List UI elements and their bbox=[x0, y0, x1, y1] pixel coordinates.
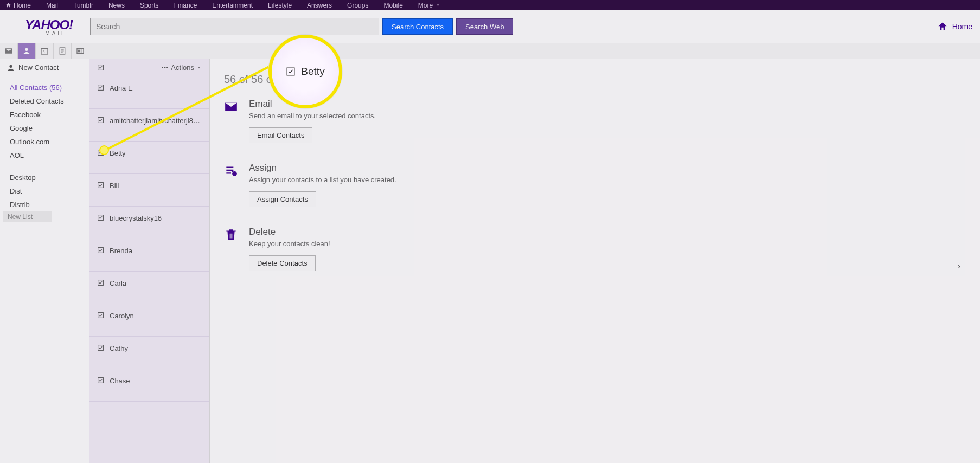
new-list-input[interactable]: New List bbox=[3, 211, 52, 222]
assign-section: Assign Assign your contacts to a list yo… bbox=[224, 163, 966, 207]
sidebar-lists: All Contacts (56) Deleted Contacts Faceb… bbox=[0, 76, 89, 227]
contact-name: Carolyn bbox=[110, 312, 134, 320]
nav-mobile[interactable]: Mobile bbox=[383, 2, 402, 9]
email-icon bbox=[224, 100, 238, 114]
contact-row[interactable]: Chase bbox=[89, 369, 209, 402]
chevron-down-icon bbox=[196, 65, 202, 70]
delete-contacts-button[interactable]: Delete Contacts bbox=[249, 255, 316, 271]
contact-row[interactable]: Bill bbox=[89, 174, 209, 207]
trash-icon bbox=[224, 228, 238, 242]
new-contact-button[interactable]: New Contact bbox=[0, 59, 89, 76]
assign-desc: Assign your contacts to a list you have … bbox=[249, 176, 396, 184]
tab-calendar[interactable]: 6 bbox=[36, 43, 54, 59]
checkbox-checked-icon[interactable] bbox=[97, 117, 104, 124]
tab-news[interactable] bbox=[72, 43, 89, 59]
checkbox-checked-icon bbox=[286, 67, 296, 76]
nav-more[interactable]: More bbox=[418, 2, 441, 9]
nav-label: More bbox=[418, 2, 433, 9]
delete-desc: Keep your contacts clean! bbox=[249, 240, 330, 248]
contact-row[interactable]: Carolyn bbox=[89, 304, 209, 337]
tab-notepad[interactable] bbox=[54, 43, 72, 59]
sidebar-aol[interactable]: AOL bbox=[0, 149, 89, 162]
work-area: New Contact All Contacts (56) Deleted Co… bbox=[0, 59, 980, 463]
contact-row[interactable]: Brenda bbox=[89, 239, 209, 272]
header-bar: YAHOO! MAIL Search Contacts Search Web H… bbox=[0, 10, 980, 43]
nav-mail[interactable]: Mail bbox=[46, 2, 58, 9]
assign-icon bbox=[224, 164, 238, 178]
logo-brand: YAHOO! bbox=[25, 17, 73, 32]
email-desc: Send an email to your selected contacts. bbox=[249, 112, 376, 120]
delete-title: Delete bbox=[249, 227, 330, 237]
main-panel: 56 of 56 contacts Email Send an email to… bbox=[210, 59, 980, 463]
svg-text:6: 6 bbox=[43, 50, 45, 54]
checkbox-checked-icon[interactable] bbox=[97, 344, 104, 351]
chevron-down-icon bbox=[435, 2, 441, 8]
search-contacts-button[interactable]: Search Contacts bbox=[382, 18, 453, 35]
nav-home[interactable]: Home bbox=[5, 2, 31, 9]
assign-contacts-button[interactable]: Assign Contacts bbox=[249, 191, 316, 207]
expand-panel-button[interactable]: › bbox=[958, 261, 960, 271]
checkbox-checked-icon[interactable] bbox=[97, 312, 104, 319]
add-contact-icon bbox=[5, 63, 14, 72]
actions-dropdown[interactable]: ••• Actions bbox=[162, 63, 202, 72]
nav-finance[interactable]: Finance bbox=[174, 2, 197, 9]
contact-name: Betty bbox=[110, 149, 126, 157]
contact-list-panel: ••• Actions Adria Eamitchatterjiamitvcha… bbox=[89, 59, 210, 463]
new-contact-label: New Contact bbox=[18, 63, 59, 72]
contact-row[interactable]: bluecrystalsky16 bbox=[89, 207, 209, 239]
news-icon bbox=[76, 47, 85, 55]
contact-name: Adria E bbox=[110, 84, 133, 92]
nav-entertainment[interactable]: Entertainment bbox=[212, 2, 253, 9]
sidebar-list-desktop[interactable]: Desktop bbox=[0, 171, 89, 184]
tab-mail[interactable] bbox=[0, 43, 18, 59]
contact-row[interactable]: amitchatterjiamitvchatterji81593 bbox=[89, 109, 209, 142]
tab-contacts[interactable] bbox=[18, 43, 36, 59]
left-sidebar: New Contact All Contacts (56) Deleted Co… bbox=[0, 59, 89, 463]
sidebar-all-contacts[interactable]: All Contacts (56) bbox=[0, 81, 89, 94]
header-home-label: Home bbox=[952, 22, 972, 31]
home-icon bbox=[937, 21, 948, 32]
sidebar-facebook[interactable]: Facebook bbox=[0, 108, 89, 121]
checkbox-checked-icon[interactable] bbox=[97, 279, 104, 286]
nav-tumblr[interactable]: Tumblr bbox=[73, 2, 93, 9]
home-icon bbox=[5, 2, 11, 8]
sidebar-list-distrib[interactable]: Distrib bbox=[0, 198, 89, 211]
contact-name: bluecrystalsky16 bbox=[110, 214, 162, 222]
nav-sports[interactable]: Sports bbox=[140, 2, 159, 9]
contact-name: Carla bbox=[110, 279, 126, 287]
dots-icon: ••• bbox=[162, 65, 169, 70]
search-input[interactable] bbox=[90, 18, 379, 35]
contact-row[interactable]: Adria E bbox=[89, 76, 209, 109]
checkbox-checked-icon[interactable] bbox=[97, 247, 104, 254]
sidebar-list-dist[interactable]: Dist bbox=[0, 184, 89, 198]
email-section: Email Send an email to your selected con… bbox=[224, 99, 966, 143]
checkbox-checked-icon[interactable] bbox=[97, 214, 104, 221]
nav-lifestyle[interactable]: Lifestyle bbox=[268, 2, 292, 9]
checkbox-checked-icon[interactable] bbox=[97, 84, 104, 91]
header-home-link[interactable]: Home bbox=[937, 21, 972, 32]
contact-row[interactable]: Carla bbox=[89, 272, 209, 304]
email-contacts-button[interactable]: Email Contacts bbox=[249, 127, 312, 143]
checkbox-checked-icon[interactable] bbox=[97, 182, 104, 189]
contact-rows[interactable]: Adria Eamitchatterjiamitvchatterji81593B… bbox=[89, 76, 209, 463]
checkbox-checked-icon[interactable] bbox=[97, 377, 104, 384]
nav-groups[interactable]: Groups bbox=[347, 2, 368, 9]
sidebar-deleted[interactable]: Deleted Contacts bbox=[0, 94, 89, 108]
actions-label: Actions bbox=[171, 63, 194, 72]
nav-news[interactable]: News bbox=[108, 2, 125, 9]
yahoo-logo[interactable]: YAHOO! MAIL bbox=[8, 17, 90, 36]
contact-name: Chase bbox=[110, 377, 130, 385]
delete-section: Delete Keep your contacts clean! Delete … bbox=[224, 227, 966, 271]
sidebar-google[interactable]: Google bbox=[0, 121, 89, 135]
calendar-icon: 6 bbox=[40, 47, 49, 55]
contact-name: Brenda bbox=[110, 247, 132, 255]
contact-row[interactable]: Cathy bbox=[89, 337, 209, 369]
sidebar-outlook[interactable]: Outlook.com bbox=[0, 135, 89, 149]
contact-name: Bill bbox=[110, 182, 119, 190]
nav-answers[interactable]: Answers bbox=[307, 2, 332, 9]
select-all-checkbox[interactable] bbox=[97, 64, 104, 71]
person-icon bbox=[22, 47, 31, 55]
callout-label: Betty bbox=[301, 66, 324, 78]
contact-list-header: ••• Actions bbox=[89, 59, 209, 76]
search-web-button[interactable]: Search Web bbox=[456, 18, 513, 35]
